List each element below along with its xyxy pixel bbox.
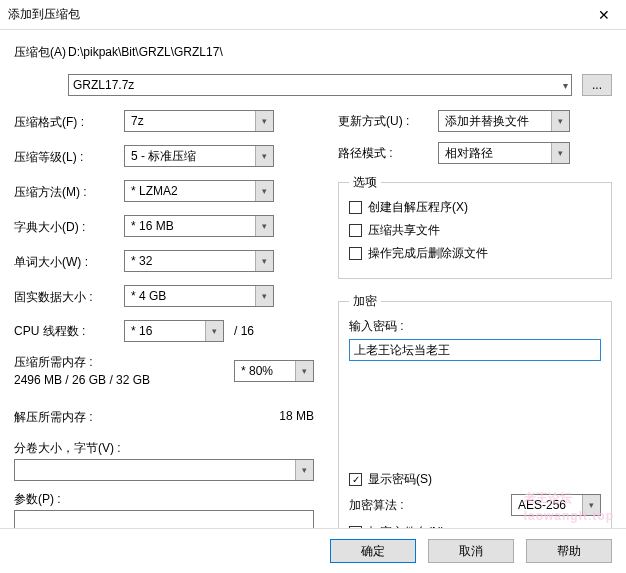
level-label: 压缩等级(L) : (14, 149, 124, 166)
chevron-down-icon: ▾ (255, 251, 273, 271)
checkbox-icon: ✓ (349, 473, 362, 486)
word-label: 单词大小(W) : (14, 254, 124, 271)
checkbox-icon (349, 224, 362, 237)
solid-label: 固实数据大小 : (14, 289, 124, 306)
level-combo[interactable]: 5 - 标准压缩 ▾ (124, 145, 274, 167)
chevron-down-icon: ▾ (255, 181, 273, 201)
delete-checkbox[interactable]: 操作完成后删除源文件 (349, 245, 601, 262)
options-legend: 选项 (349, 174, 381, 191)
chevron-down-icon: ▾ (551, 111, 569, 131)
param-label: 参数(P) : (14, 491, 314, 508)
comp-mem-combo[interactable]: * 80% ▾ (234, 360, 314, 382)
solid-combo[interactable]: * 4 GB ▾ (124, 285, 274, 307)
vol-label: 分卷大小，字节(V) : (14, 440, 121, 457)
decomp-value: 18 MB (279, 409, 314, 426)
window-title: 添加到压缩包 (8, 6, 590, 23)
chevron-down-icon: ▾ (205, 321, 223, 341)
path-mode-label: 路径模式 : (338, 145, 438, 162)
close-icon[interactable]: ✕ (590, 7, 618, 23)
password-label: 输入密码 : (349, 318, 601, 335)
comp-mem-label: 压缩所需内存 : (14, 354, 234, 371)
right-column: 更新方式(U) : 添加并替换文件 ▾ 路径模式 : 相对路径 ▾ 选项 创建自… (338, 110, 612, 573)
share-checkbox[interactable]: 压缩共享文件 (349, 222, 601, 239)
cpu-combo[interactable]: * 16 ▾ (124, 320, 224, 342)
comp-mem-value: 2496 MB / 26 GB / 32 GB (14, 373, 234, 387)
help-button[interactable]: 帮助 (526, 539, 612, 563)
chevron-down-icon: ▾ (255, 146, 273, 166)
method-combo[interactable]: * LZMA2 ▾ (124, 180, 274, 202)
dialog-button-bar: 确定 取消 帮助 (0, 528, 626, 573)
chevron-down-icon: ▾ (255, 286, 273, 306)
enc-method-combo[interactable]: AES-256 ▾ (511, 494, 601, 516)
browse-button[interactable]: ... (582, 74, 612, 96)
show-password-checkbox[interactable]: ✓ 显示密码(S) (349, 471, 601, 488)
encryption-legend: 加密 (349, 293, 381, 310)
dict-label: 字典大小(D) : (14, 219, 124, 236)
update-combo[interactable]: 添加并替换文件 ▾ (438, 110, 570, 132)
chevron-down-icon: ▾ (551, 143, 569, 163)
archive-label: 压缩包(A) (14, 44, 68, 61)
password-input[interactable] (349, 339, 601, 361)
checkbox-icon (349, 201, 362, 214)
checkbox-icon (349, 247, 362, 260)
word-combo[interactable]: * 32 ▾ (124, 250, 274, 272)
archive-name-combo[interactable] (68, 74, 572, 96)
options-group: 选项 创建自解压程序(X) 压缩共享文件 操作完成后删除源文件 (338, 174, 612, 279)
titlebar: 添加到压缩包 ✕ (0, 0, 626, 30)
format-label: 压缩格式(F) : (14, 114, 124, 131)
enc-method-label: 加密算法 : (349, 497, 404, 514)
sfx-checkbox[interactable]: 创建自解压程序(X) (349, 199, 601, 216)
dict-combo[interactable]: * 16 MB ▾ (124, 215, 274, 237)
chevron-down-icon: ▾ (582, 495, 600, 515)
chevron-down-icon: ▾ (295, 361, 313, 381)
dialog-content: 压缩包(A) D:\pikpak\Bit\GRZL\GRZL17\ ▾ ... … (0, 30, 626, 573)
cpu-total: / 16 (234, 324, 254, 338)
method-label: 压缩方法(M) : (14, 184, 124, 201)
archive-path-text: D:\pikpak\Bit\GRZL\GRZL17\ (68, 45, 612, 59)
format-combo[interactable]: 7z ▾ (124, 110, 274, 132)
vol-combo[interactable]: ▾ (14, 459, 314, 481)
chevron-down-icon: ▾ (255, 216, 273, 236)
chevron-down-icon: ▾ (255, 111, 273, 131)
cpu-label: CPU 线程数 : (14, 323, 124, 340)
update-label: 更新方式(U) : (338, 113, 438, 130)
cancel-button[interactable]: 取消 (428, 539, 514, 563)
path-mode-combo[interactable]: 相对路径 ▾ (438, 142, 570, 164)
ok-button[interactable]: 确定 (330, 539, 416, 563)
left-column: 压缩格式(F) : 7z ▾ 压缩等级(L) : 5 - 标准压缩 ▾ (14, 110, 314, 573)
chevron-down-icon: ▾ (295, 460, 313, 480)
encryption-group: 加密 输入密码 : ✓ 显示密码(S) 加密算法 : AES-256 ▾ ✓ (338, 293, 612, 558)
decomp-label: 解压所需内存 : (14, 409, 93, 426)
